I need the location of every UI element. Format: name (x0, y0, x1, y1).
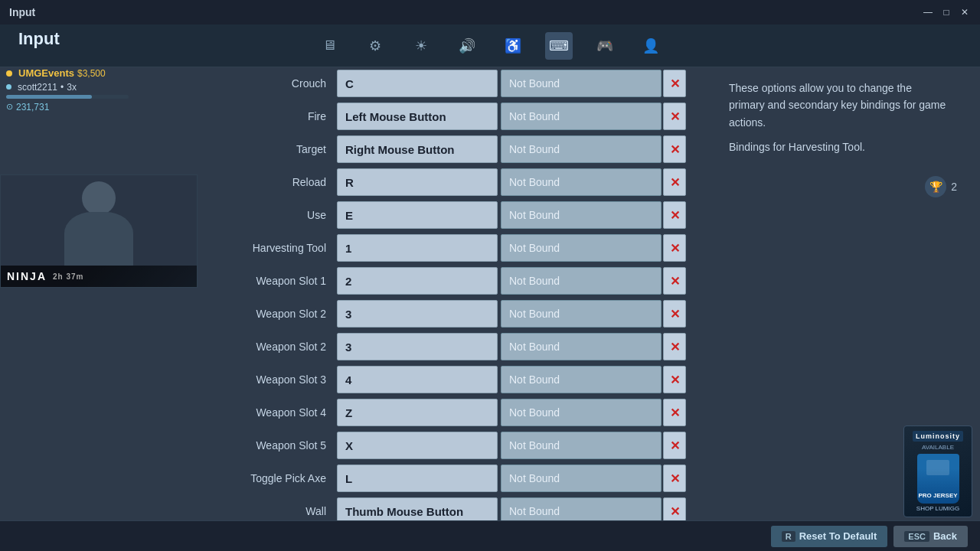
luminosity-ad[interactable]: Luminosity AVAILABLE PRO JERSEY SHOP LUM… (903, 425, 972, 517)
stream-xp-fill (6, 95, 92, 99)
keybind-label: Use (207, 209, 337, 221)
nav-bar: 🖥 ⚙ ☀ 🔊 ♿ ⌨ 🎮 👤 (0, 24, 980, 67)
keybind-row: Weapon Slot 5 X Not Bound ✕ (207, 429, 704, 461)
keybind-secondary-3[interactable]: Not Bound (501, 168, 662, 196)
keybind-secondary-8[interactable]: Not Bound (501, 333, 662, 360)
keybind-row: Crouch C Not Bound ✕ (207, 67, 704, 99)
nav-audio-icon[interactable]: 🔊 (453, 32, 481, 60)
keybind-primary-5[interactable]: 1 (337, 234, 498, 262)
keybind-clear-primary-11[interactable]: ✕ (663, 432, 686, 459)
title-bar: Input — □ ✕ (0, 0, 980, 24)
stream-user-multiplier: 3x (67, 82, 77, 93)
stream-user-extra: • (60, 82, 64, 93)
keybind-row: Use E Not Bound ✕ (207, 199, 704, 231)
stream-live-dot (6, 70, 12, 77)
keybind-clear-primary-8[interactable]: ✕ (663, 333, 686, 360)
nav-monitor-icon[interactable]: 🖥 (315, 32, 343, 60)
back-key: ESC (904, 531, 929, 542)
webcam-panel: NINJA 2h 37m (0, 174, 198, 288)
nav-input-icon[interactable]: ⌨ (545, 32, 573, 60)
back-button[interactable]: ESC Back (893, 526, 968, 547)
keybind-clear-primary-1[interactable]: ✕ (663, 103, 686, 130)
keybind-clear-primary-7[interactable]: ✕ (663, 300, 686, 328)
keybind-primary-8[interactable]: 3 (337, 333, 498, 360)
keybind-primary-6[interactable]: 2 (337, 267, 498, 295)
keybind-primary-9[interactable]: 4 (337, 366, 498, 393)
reset-default-button[interactable]: R Reset To Default (771, 526, 888, 547)
keybind-primary-1[interactable]: Left Mouse Button (337, 103, 498, 130)
keybind-primary-2[interactable]: Right Mouse Button (337, 135, 498, 163)
keybind-label: Weapon Slot 5 (207, 439, 337, 452)
keybind-secondary-0[interactable]: Not Bound (501, 70, 662, 97)
info-subtitle: Bindings for Harvesting Tool. (729, 139, 949, 155)
webcam-figure (1, 175, 197, 266)
stream-coins: 231,731 (16, 102, 49, 112)
trophy-badge: 🏆 2 (925, 176, 957, 197)
keybind-label: Weapon Slot 3 (207, 373, 337, 386)
keybind-primary-3[interactable]: R (337, 168, 498, 196)
streamer-name: NINJA (7, 270, 47, 282)
keybind-primary-4[interactable]: E (337, 201, 498, 229)
keybind-secondary-5[interactable]: Not Bound (501, 234, 662, 262)
page-title: Input (18, 29, 60, 49)
nav-account-icon[interactable]: 👤 (637, 32, 665, 60)
keybind-secondary-13[interactable]: Not Bound (501, 497, 662, 520)
nav-accessibility-icon[interactable]: ♿ (499, 32, 527, 60)
keybind-label: Reload (207, 176, 337, 188)
keybind-secondary-10[interactable]: Not Bound (501, 399, 662, 426)
minimize-button[interactable]: — (922, 6, 934, 18)
reset-label: Reset To Default (799, 530, 877, 542)
stream-user-dot (6, 84, 11, 90)
keybind-label: Toggle Pick Axe (207, 472, 337, 484)
keybind-primary-7[interactable]: 3 (337, 300, 498, 328)
keybind-clear-primary-9[interactable]: ✕ (663, 366, 686, 393)
keybind-row: Target Right Mouse Button Not Bound ✕ (207, 133, 704, 165)
keybind-label: Harvesting Tool (207, 242, 337, 254)
nav-settings-icon[interactable]: ⚙ (361, 32, 389, 60)
webcam-overlay: NINJA 2h 37m (1, 266, 197, 287)
stream-money: $3,500 (77, 68, 106, 79)
coin-icon: ⊙ (6, 102, 13, 112)
keybind-row: Harvesting Tool 1 Not Bound ✕ (207, 232, 704, 264)
keybind-clear-primary-13[interactable]: ✕ (663, 497, 686, 520)
keybind-clear-primary-2[interactable]: ✕ (663, 135, 686, 163)
keybind-primary-11[interactable]: X (337, 432, 498, 459)
keybind-clear-primary-12[interactable]: ✕ (663, 465, 686, 492)
keybind-label: Crouch (207, 77, 337, 90)
nav-controller-icon[interactable]: 🎮 (591, 32, 619, 60)
keybind-row: Weapon Slot 3 4 Not Bound ✕ (207, 364, 704, 396)
keybind-row: Wall Thumb Mouse Button Not Bound ✕ (207, 495, 704, 520)
keybind-primary-12[interactable]: L (337, 465, 498, 492)
keybind-secondary-4[interactable]: Not Bound (501, 201, 662, 229)
stream-user: scott2211 (18, 82, 57, 93)
keybind-label: Fire (207, 110, 337, 122)
back-label: Back (933, 530, 957, 542)
keybind-secondary-6[interactable]: Not Bound (501, 267, 662, 295)
keybind-clear-primary-3[interactable]: ✕ (663, 168, 686, 196)
keybind-secondary-11[interactable]: Not Bound (501, 432, 662, 459)
keybind-secondary-12[interactable]: Not Bound (501, 465, 662, 492)
keybind-primary-13[interactable]: Thumb Mouse Button (337, 497, 498, 520)
keybind-row: Reload R Not Bound ✕ (207, 166, 704, 198)
keybind-secondary-2[interactable]: Not Bound (501, 135, 662, 163)
keybind-clear-primary-6[interactable]: ✕ (663, 267, 686, 295)
luminosity-product: PRO JERSEY (917, 492, 959, 499)
keybind-primary-10[interactable]: Z (337, 399, 498, 426)
maximize-button[interactable]: □ (940, 6, 952, 18)
keybind-label: Weapon Slot 2 (207, 341, 337, 353)
keybind-row: Weapon Slot 1 2 Not Bound ✕ (207, 265, 704, 297)
keybind-clear-primary-4[interactable]: ✕ (663, 201, 686, 229)
keybind-secondary-1[interactable]: Not Bound (501, 103, 662, 130)
keybind-secondary-7[interactable]: Not Bound (501, 300, 662, 328)
nav-brightness-icon[interactable]: ☀ (407, 32, 435, 60)
trophy-count: 2 (951, 181, 957, 193)
keybind-primary-0[interactable]: C (337, 70, 498, 97)
keybind-clear-primary-0[interactable]: ✕ (663, 70, 686, 97)
window-controls: — □ ✕ (922, 6, 971, 18)
stream-xp-bar (6, 95, 129, 99)
stream-channel: UMGEvents (18, 67, 74, 79)
keybind-secondary-9[interactable]: Not Bound (501, 366, 662, 393)
keybind-clear-primary-10[interactable]: ✕ (663, 399, 686, 426)
close-button[interactable]: ✕ (959, 6, 971, 18)
keybind-clear-primary-5[interactable]: ✕ (663, 234, 686, 262)
